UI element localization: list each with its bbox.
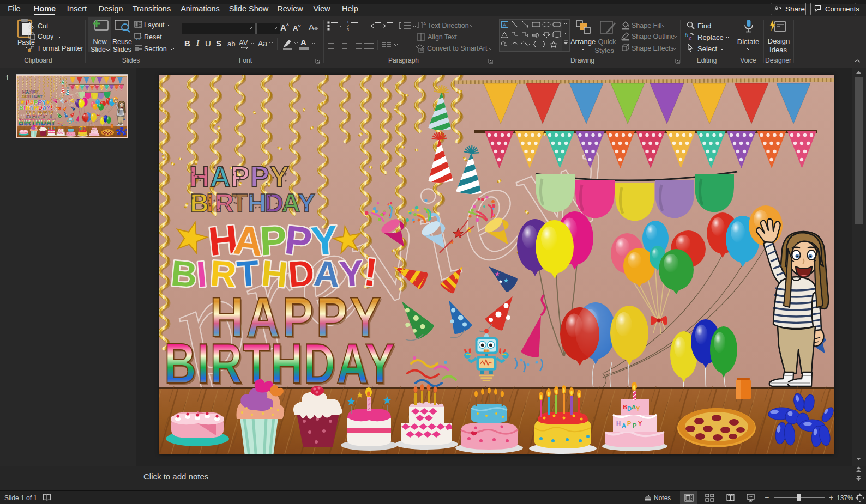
svg-text:D: D <box>264 189 284 217</box>
svg-text:b: b <box>685 32 688 38</box>
svg-text:P: P <box>231 161 250 192</box>
svg-text:H: H <box>189 161 210 192</box>
svg-text:R: R <box>215 189 234 217</box>
svg-text:A: A <box>632 404 636 410</box>
svg-text:B: B <box>623 404 627 410</box>
svg-text:B: B <box>169 252 199 295</box>
svg-text:P: P <box>627 420 631 427</box>
svg-text:c: c <box>689 35 692 41</box>
svg-text:H: H <box>248 189 267 217</box>
svg-text:Y: Y <box>270 161 289 192</box>
svg-text:A: A <box>622 422 626 429</box>
svg-text:Y: Y <box>636 405 640 412</box>
svg-text:A: A <box>503 22 506 28</box>
svg-text:D: D <box>627 405 632 412</box>
svg-text:I: I <box>206 189 213 217</box>
svg-text:P: P <box>250 161 269 192</box>
svg-text:A: A <box>423 21 426 26</box>
svg-text:Y: Y <box>638 420 642 427</box>
svg-text:Y: Y <box>298 189 315 217</box>
svg-text:P: P <box>633 422 636 429</box>
svg-text:A: A <box>210 161 231 192</box>
svg-text:H: H <box>616 420 621 427</box>
svg-text:BIRTHDAY: BIRTHDAY <box>164 332 395 395</box>
